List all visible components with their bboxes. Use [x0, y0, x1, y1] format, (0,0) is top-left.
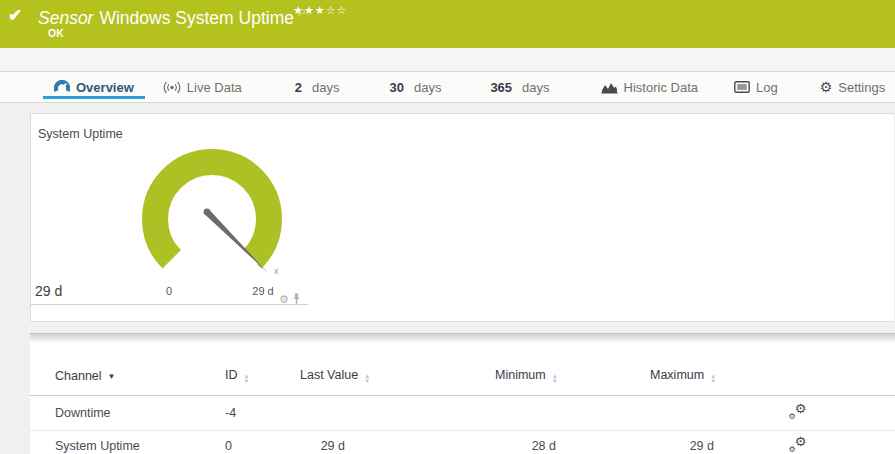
star-filled-icon[interactable]: ★ — [293, 4, 304, 16]
overview-panel: System Uptime x 0 29 d 29 d ⚙ — [30, 113, 894, 322]
tab-settings[interactable]: ⚙ Settings — [809, 72, 895, 102]
tab-label: days — [414, 80, 441, 95]
tab-label: Live Data — [187, 80, 242, 95]
column-header-maximum[interactable]: Maximum▲▼ — [585, 356, 745, 396]
star-filled-icon[interactable]: ★ — [315, 4, 326, 16]
column-header-filler — [865, 356, 895, 396]
uptime-gauge: x — [133, 142, 313, 287]
channel-settings-cell[interactable]: ⚙⚙ — [745, 396, 865, 431]
column-label: Minimum — [495, 368, 546, 382]
status-badge: OK — [48, 27, 64, 39]
maximum-cell: 29 d — [585, 431, 745, 454]
channel-name-cell[interactable]: System Uptime — [30, 431, 200, 454]
column-label: Last Value — [300, 368, 358, 382]
minimum-cell: 28 d — [390, 431, 585, 454]
sensor-type-label: Sensor — [38, 8, 93, 28]
gauge-arc — [155, 162, 269, 259]
gear-icon: ⚙ — [820, 80, 833, 94]
tab-live-data[interactable]: Live Data — [152, 72, 253, 102]
channel-id-cell: 0 — [200, 431, 275, 454]
tab-2-days[interactable]: 2days — [284, 72, 351, 102]
tab-historic-data[interactable]: Historic Data — [590, 72, 709, 102]
tab-log[interactable]: Log — [723, 72, 789, 102]
sort-icon: ▲▼ — [244, 374, 250, 384]
maximum-cell — [585, 396, 745, 431]
broadcast-icon — [163, 81, 181, 94]
sort-icon: ▲▼ — [552, 374, 558, 384]
column-header-channel[interactable]: Channel▼ — [30, 356, 200, 396]
tab-label: Overview — [76, 80, 134, 95]
column-label: Channel — [55, 369, 102, 383]
column-header-id[interactable]: ID▲▼ — [200, 356, 275, 396]
sensor-tab-bar: Overview Live Data 2days 30days 365days — [0, 71, 895, 103]
sensor-name: Windows System Uptime — [99, 8, 294, 28]
tab-number: 365 — [490, 80, 512, 95]
column-label: Maximum — [650, 368, 704, 382]
last-value-cell — [275, 396, 390, 431]
sensor-status-banner: ✔ SensorWindows System Uptime⚐ ★★★☆☆ OK — [0, 0, 895, 48]
channel-table: Channel▼ ID▲▼ Last Value▲▼ Minimum▲▼ Max… — [30, 356, 895, 454]
star-empty-icon[interactable]: ☆ — [326, 4, 337, 16]
area-chart-icon — [601, 81, 618, 94]
status-ok-check-icon: ✔ — [8, 5, 22, 26]
tab-overview[interactable]: Overview — [43, 72, 145, 102]
column-header-last-value[interactable]: Last Value▲▼ — [275, 356, 390, 396]
tab-label: Settings — [838, 80, 885, 95]
channel-settings-gears-icon[interactable]: ⚙⚙ — [789, 405, 807, 419]
tab-label: Historic Data — [624, 80, 698, 95]
gauge-scale-min: 0 — [157, 285, 181, 297]
sort-desc-icon: ▼ — [108, 372, 116, 381]
tab-30-days[interactable]: 30days — [378, 72, 452, 102]
column-header-settings — [745, 356, 865, 396]
tab-365-days[interactable]: 365days — [479, 72, 560, 102]
tab-number: 2 — [295, 80, 302, 95]
tab-label: days — [522, 80, 549, 95]
column-label: ID — [225, 368, 238, 382]
gear-icon[interactable]: ⚙ — [279, 294, 289, 305]
filler-cell — [865, 431, 895, 454]
sort-icon: ▲▼ — [364, 374, 370, 384]
banner-spacer — [0, 48, 895, 71]
table-row[interactable]: System Uptime 0 29 d 28 d 29 d ⚙⚙ — [30, 431, 895, 454]
page-title: SensorWindows System Uptime⚐ — [38, 7, 306, 29]
star-empty-icon[interactable]: ☆ — [337, 4, 348, 16]
gauge-tip-label: x — [274, 266, 279, 276]
priority-stars[interactable]: ★★★☆☆ — [293, 4, 347, 17]
column-header-minimum[interactable]: Minimum▲▼ — [390, 356, 585, 396]
channel-name-cell[interactable]: Downtime — [30, 396, 200, 431]
gauge-icon — [54, 80, 70, 94]
channel-settings-gears-icon[interactable]: ⚙⚙ — [789, 438, 807, 452]
gauge-title: System Uptime — [38, 127, 123, 141]
tab-label: days — [312, 80, 339, 95]
tab-label: Log — [756, 80, 778, 95]
log-icon — [734, 81, 750, 93]
sort-icon: ▲▼ — [710, 374, 716, 384]
table-header-row: Channel▼ ID▲▼ Last Value▲▼ Minimum▲▼ Max… — [30, 356, 895, 396]
minimum-cell — [390, 396, 585, 431]
star-filled-icon[interactable]: ★ — [304, 4, 315, 16]
gauge-current-value: 29 d — [35, 283, 62, 299]
prtg-sensor-page: ✔ SensorWindows System Uptime⚐ ★★★☆☆ OK … — [0, 0, 895, 454]
channel-settings-cell[interactable]: ⚙⚙ — [745, 431, 865, 454]
channel-table-panel: Channel▼ ID▲▼ Last Value▲▼ Minimum▲▼ Max… — [30, 333, 895, 454]
tab-number: 30 — [389, 80, 403, 95]
table-row[interactable]: Downtime -4 ⚙⚙ — [30, 396, 895, 431]
channel-id-cell: -4 — [200, 396, 275, 431]
last-value-cell: 29 d — [275, 431, 390, 454]
filler-cell — [865, 396, 895, 431]
gauge-widget-divider — [31, 304, 308, 305]
